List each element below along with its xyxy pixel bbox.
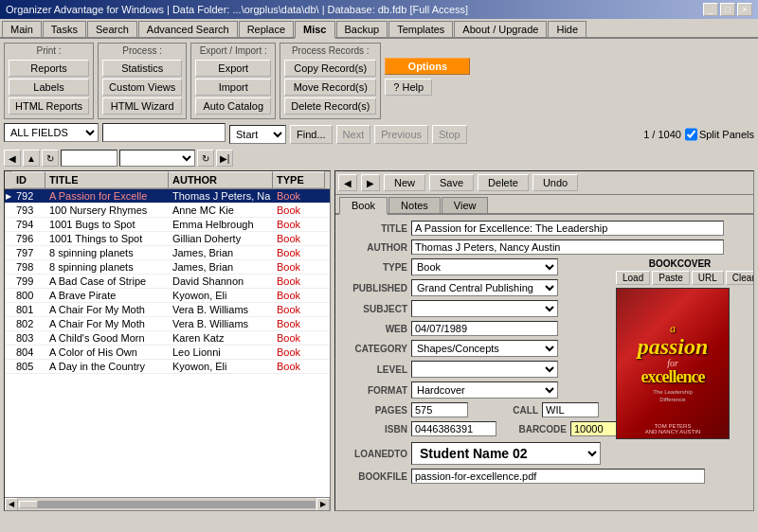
loanedto-select[interactable]: Student Name 02 [411,442,601,465]
delete-button[interactable]: Delete [478,174,529,191]
table-row[interactable]: 796 1001 Things to Spot Gillian Doherty … [5,232,330,246]
find-button[interactable]: Find... [290,125,333,144]
scroll-left-button[interactable]: ◀ [5,498,18,511]
table-row[interactable]: 804 A Color of His Own Leo Lionni Book [5,346,330,360]
filter-refresh-button[interactable]: ↻ [197,150,214,167]
tab-about[interactable]: About / Upgrade [454,21,547,37]
maximize-button[interactable]: □ [720,3,735,16]
subject-field-label: SUBJECT [341,304,407,314]
horizontal-scrollbar[interactable]: ◀ ▶ [5,497,330,510]
tab-backup[interactable]: Backup [336,21,388,37]
move-records-button[interactable]: Move Record(s) [284,79,376,96]
nav-refresh-button[interactable]: ↻ [42,150,59,167]
tab-templates[interactable]: Templates [388,21,453,37]
tab-book[interactable]: Book [339,197,388,215]
tab-main[interactable]: Main [2,21,42,37]
export-button[interactable]: Export [195,60,271,77]
tab-notes[interactable]: Notes [388,197,441,213]
category-select[interactable]: Shapes/Concepts [411,340,558,357]
table-row[interactable]: 802 A Chair For My Moth Vera B. Williams… [5,317,330,331]
call-field[interactable] [542,402,599,417]
tab-tasks[interactable]: Tasks [43,21,86,37]
pages-field[interactable] [411,402,468,417]
labels-button[interactable]: Labels [9,79,89,96]
table-row[interactable]: 794 1001 Bugs to Spot Emma Helbrough Boo… [5,218,330,232]
published-select[interactable]: Grand Central Publishing [411,279,558,296]
type-select[interactable]: Book [411,258,558,275]
table-row[interactable]: 799 A Bad Case of Stripe David Shannon B… [5,275,330,289]
html-wizard-button[interactable]: HTML Wizard [102,98,182,115]
filter-select[interactable] [119,150,195,167]
author-field[interactable] [411,239,724,255]
options-button[interactable]: Options [385,58,470,75]
level-field-label: LEVEL [341,364,407,375]
minimize-button[interactable]: _ [703,3,718,16]
scroll-right-button[interactable]: ▶ [316,498,330,511]
undo-button[interactable]: Undo [532,174,578,191]
new-button[interactable]: New [384,174,425,191]
load-button[interactable]: Load [616,271,650,285]
col-header-id[interactable]: ID [12,171,45,188]
import-button[interactable]: Import [195,79,271,96]
auto-catalog-button[interactable]: Auto Catalog [195,98,271,115]
scroll-track[interactable] [19,501,316,508]
paste-button[interactable]: Paste [652,271,690,285]
clear-button[interactable]: Clear [726,271,753,285]
nav-next-arrow[interactable]: ▶ [361,174,380,191]
nav-prev-arrow[interactable]: ◀ [338,174,357,191]
col-header-type[interactable]: TYPE [273,171,325,188]
table-row[interactable]: 801 A Chair For My Moth Vera B. Williams… [5,303,330,317]
format-select[interactable]: Hardcover [411,381,558,399]
subject-select[interactable] [411,300,558,317]
title-field[interactable] [411,221,724,236]
bookcover-image[interactable]: a passion for excellence The LeadershipD… [616,288,730,439]
save-button[interactable]: Save [429,174,474,191]
col-header-title[interactable]: TITLE [45,171,169,188]
split-panels-label[interactable]: Split Panels [685,125,754,144]
tab-view[interactable]: View [442,197,489,213]
window-controls[interactable]: _ □ × [703,3,752,16]
filter-text-input[interactable] [61,150,117,167]
col-header-author[interactable]: AUTHOR [169,171,273,188]
tab-search[interactable]: Search [87,21,137,37]
tab-replace[interactable]: Replace [239,21,294,37]
next-button[interactable]: Next [336,125,371,144]
web-field[interactable] [411,321,558,336]
table-row[interactable]: 797 8 spinning planets James, Brian Book [5,246,330,260]
delete-records-button[interactable]: Delete Record(s) [284,98,376,115]
split-panels-checkbox[interactable] [685,125,697,144]
tab-advanced-search[interactable]: Advanced Search [138,21,238,37]
html-reports-button[interactable]: HTML Reports [9,98,89,115]
search-input[interactable] [102,123,226,142]
title-text: Organizer Advantage for Windows | Data F… [6,4,468,15]
url-button[interactable]: URL [692,271,724,285]
level-select[interactable] [411,361,558,378]
table-row[interactable]: 798 8 spinning planets James, Brian Book [5,260,330,275]
statistics-button[interactable]: Statistics [102,60,182,77]
filter-row2: ◀ ▲ ↻ ↻ ▶| [4,150,754,167]
copy-records-button[interactable]: Copy Record(s) [284,60,376,77]
stop-button[interactable]: Stop [432,125,467,144]
table-scroll[interactable]: ▶ 792 A Passion for Excelle Thomas J Pet… [5,189,330,497]
scroll-thumb[interactable] [19,501,38,508]
web-field-label: WEB [341,324,407,334]
tab-hide[interactable]: Hide [548,21,587,37]
nav-last-button[interactable]: ▶| [216,150,233,167]
custom-views-button[interactable]: Custom Views [102,79,182,96]
previous-button[interactable]: Previous [374,125,428,144]
table-row[interactable]: 803 A Child's Good Morn Karen Katz Book [5,331,330,346]
tab-misc[interactable]: Misc [295,21,334,39]
bookfile-field[interactable] [411,469,705,484]
table-row[interactable]: ▶ 792 A Passion for Excelle Thomas J Pet… [5,189,330,204]
table-row[interactable]: 805 A Day in the Country Kyowon, Eli Boo… [5,360,330,374]
field-select[interactable]: ALL FIELDS [4,123,99,142]
isbn-field[interactable] [411,421,496,436]
table-row[interactable]: 793 100 Nursery Rhymes Anne MC Kie Book [5,204,330,218]
close-button[interactable]: × [737,3,752,16]
nav-first-button[interactable]: ◀ [4,150,21,167]
reports-button[interactable]: Reports [9,60,89,77]
table-row[interactable]: 800 A Brave Pirate Kyowon, Eli Book [5,289,330,303]
help-button[interactable]: ? Help [385,79,432,96]
nav-up-button[interactable]: ▲ [23,150,40,167]
start-select[interactable]: Start [229,125,286,144]
